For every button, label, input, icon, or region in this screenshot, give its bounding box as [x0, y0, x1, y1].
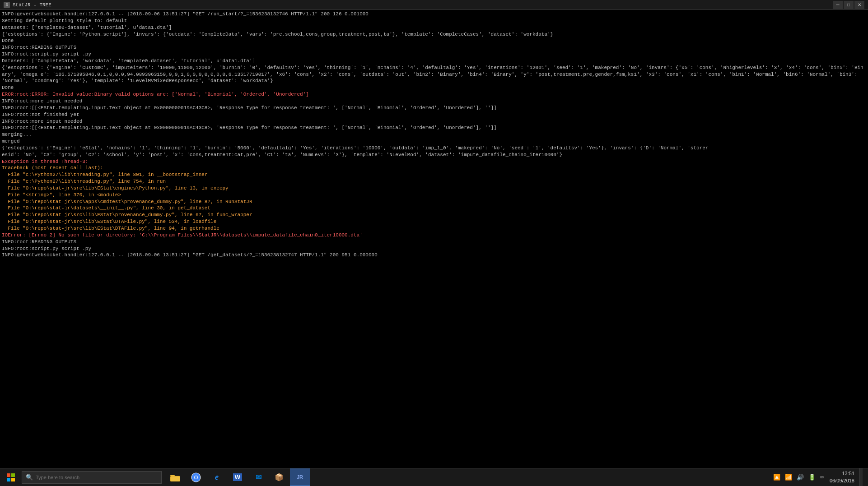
console-line: INFO:geventwebsocket.handler:127.0.0.1 -…: [2, 11, 866, 18]
svg-rect-1: [11, 473, 15, 477]
show-desktop-button[interactable]: [859, 468, 863, 486]
window-controls: ─ □ ✕: [833, 1, 864, 9]
taskbar: 🔍 eW✉📦JR 🔼 📶 🔊 🔋 ⌨ 13:51 06/09/2018: [0, 468, 868, 486]
word-icon: W: [233, 472, 243, 482]
console-line: File "O:\repo\stat-jr\datasets\__init__.…: [2, 205, 866, 212]
taskbar-apps: eW✉📦JR: [165, 468, 772, 486]
clock-time: 13:51: [830, 470, 854, 477]
console-line: File "c:\Python27\lib\threading.py", lin…: [2, 171, 866, 178]
console-line: esid': 'No', 'C3': 'group', 'C2': 'schoo…: [2, 152, 866, 158]
console-line: INFO:root:script.py script .py: [2, 51, 866, 58]
app-icon: S: [4, 2, 10, 8]
volume-icon: 🔊: [795, 474, 805, 481]
console-line: Done: [2, 84, 866, 91]
console-line: File "<string>", line 370, in <module>: [2, 192, 866, 199]
console-line: Datasets: ['template0-dataset', 'tutoria…: [2, 24, 866, 31]
console-line: File "O:\repo\stat-jr\src\apps\cmdtest\p…: [2, 199, 866, 205]
console-line: File "O:\repo\stat-jr\src\lib\EStat\DTAF…: [2, 225, 866, 232]
svg-point-9: [195, 476, 197, 479]
title-bar: S StatJR - TREE ─ □ ✕: [0, 0, 868, 10]
taskbar-app-word[interactable]: W: [228, 468, 247, 486]
svg-rect-0: [7, 473, 10, 477]
maximize-button[interactable]: □: [844, 1, 854, 9]
console-line: INFO:root:script.py script .py: [2, 245, 866, 252]
console-line: {'estoptions': {'Engine': 'eStat', 'ncha…: [2, 145, 866, 152]
console-line: IOError: [Errno 2] No such file or direc…: [2, 232, 866, 239]
taskbar-app-file-explorer[interactable]: [165, 468, 185, 486]
console-line: merged: [2, 138, 866, 145]
wifi-icon: 📶: [784, 474, 793, 481]
svg-rect-4: [170, 475, 175, 476]
svg-rect-5: [170, 476, 180, 481]
console-line: EROR:root:ERROR: Invalid value:Binary va…: [2, 91, 866, 98]
taskbar-app-internet-explorer[interactable]: e: [207, 468, 227, 486]
taskbar-app-chrome[interactable]: [186, 468, 206, 486]
console-line: merging...: [2, 131, 866, 138]
statjr-icon: JR: [295, 472, 305, 482]
console-line: INFO:root:more input needed: [2, 118, 866, 125]
taskbar-right: 🔼 📶 🔊 🔋 ⌨ 13:51 06/09/2018: [772, 468, 866, 486]
console-line: Done: [2, 37, 866, 44]
taskbar-app-statjr[interactable]: JR: [290, 468, 310, 486]
svg-rect-3: [11, 478, 15, 481]
console-line: File "O:\repo\stat-jr\src\lib\EStat\prov…: [2, 212, 866, 218]
console-line: Datasets: ['CompleteData', 'workdata', '…: [2, 58, 866, 65]
console-line: Exception in thread Thread-3:: [2, 158, 866, 165]
console-line: {'estoptions': {'Engine': 'Python_script…: [2, 31, 866, 38]
console-line: Traceback (most recent call last):: [2, 165, 866, 171]
console-line: INFO:root:[[<EStat.templating.input.Text…: [2, 125, 866, 131]
console-line: File "O:\repo\stat-jr\src\lib\EStat\DTAF…: [2, 218, 866, 225]
internet-explorer-icon: e: [212, 472, 222, 482]
system-clock[interactable]: 13:51 06/09/2018: [827, 470, 857, 484]
console-line: File "c:\Python27\lib\threading.py", lin…: [2, 178, 866, 185]
console-line: INFO:root:READING OUTPUTS: [2, 239, 866, 245]
console-line: INFO:root:READING OUTPUTS: [2, 44, 866, 51]
console-line: INFO:root:[[<EStat.templating.input.Text…: [2, 105, 866, 111]
file-explorer-icon: [170, 472, 180, 482]
chrome-icon: [191, 472, 201, 482]
close-button[interactable]: ✕: [854, 1, 864, 9]
search-input[interactable]: [36, 475, 158, 480]
console-line: INFO:root:more input needed: [2, 98, 866, 105]
console-line: {'estoptions': {'Engine': 'CustomC', 'im…: [2, 65, 866, 85]
windows-icon: [7, 473, 15, 481]
start-button[interactable]: [2, 468, 20, 486]
battery-icon: 🔋: [807, 474, 817, 481]
outlook-icon: ✉: [253, 472, 263, 482]
window-title: StatJR - TREE: [13, 2, 51, 8]
console-line: File "O:\repo\stat-jr\src\lib\EStat\engi…: [2, 185, 866, 192]
clock-date: 06/09/2018: [830, 477, 854, 484]
keyboard-icon: ⌨: [819, 474, 825, 481]
search-icon: 🔍: [26, 474, 33, 481]
taskbar-app-outlook[interactable]: ✉: [248, 468, 268, 486]
network-icon: 🔼: [772, 474, 782, 481]
svg-rect-2: [7, 478, 10, 481]
minimize-button[interactable]: ─: [833, 1, 843, 9]
app6-icon: 📦: [274, 472, 284, 482]
console-line: INFO:root:not finished yet: [2, 111, 866, 118]
search-bar[interactable]: 🔍: [22, 471, 162, 484]
taskbar-app-app6[interactable]: 📦: [269, 468, 289, 486]
console-output: INFO:geventwebsocket.handler:127.0.0.1 -…: [0, 10, 868, 468]
console-line: INFO:geventwebsocket.handler:127.0.0.1 -…: [2, 252, 866, 259]
console-line: Setting default plotting style to: defau…: [2, 18, 866, 24]
title-bar-left: S StatJR - TREE: [4, 2, 51, 8]
